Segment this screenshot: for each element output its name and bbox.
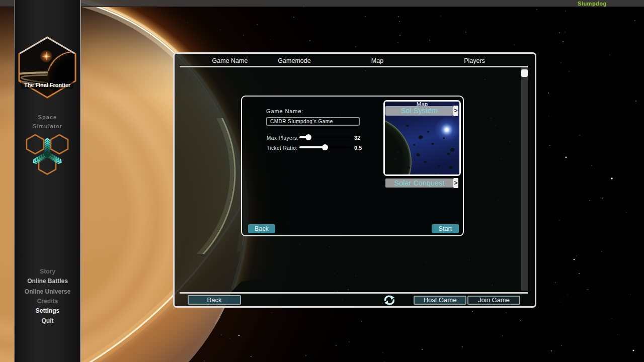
svg-text:The Final Frontier: The Final Frontier	[24, 82, 71, 88]
